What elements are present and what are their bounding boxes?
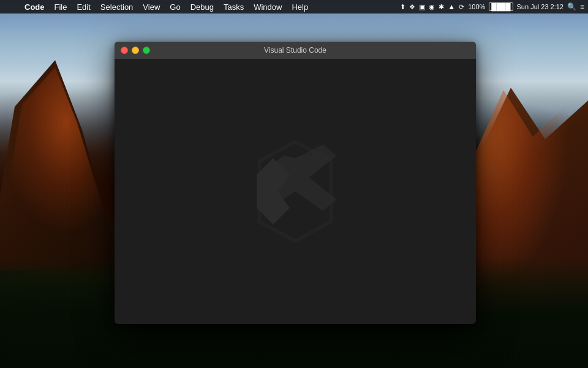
vscode-window: Visual Studio Code [115,42,476,324]
location-icon: ◉ [429,3,435,11]
menubar-edit[interactable]: Edit [72,0,95,13]
date-time: Sun Jul 23 2:12 [517,3,564,10]
menubar-selection[interactable]: Selection [96,0,138,13]
screen-icon: ▣ [419,3,425,11]
window-minimize-button[interactable] [132,47,139,54]
wifi-icon: ▲ [448,2,455,11]
menubar-help[interactable]: Help [287,0,313,13]
window-title: Visual Studio Code [264,46,326,55]
menubar-view[interactable]: View [138,0,165,13]
vscode-logo-watermark [240,136,350,247]
menubar-file[interactable]: File [50,0,72,13]
menubar-app-name[interactable]: Code [20,0,50,13]
window-maximize-button[interactable] [143,47,150,54]
menubar-tasks[interactable]: Tasks [219,0,249,13]
menubar-go[interactable]: Go [165,0,185,13]
mountain-glow-left [0,49,110,233]
menubar: Code File Edit Selection View Go Debug T… [0,0,588,13]
window-titlebar: Visual Studio Code [115,42,476,59]
window-close-button[interactable] [121,47,128,54]
notification-center-icon[interactable]: ≡ [580,2,584,11]
time-machine-icon: ⟳ [459,3,464,11]
menubar-debug[interactable]: Debug [186,0,219,13]
battery-icon: ████ [489,2,513,11]
vscode-content-area [115,59,476,324]
menubar-right-section: ⬆ ❖ ▣ ◉ ✱ ▲ ⟳ 100% ████ Sun Jul 23 2:12 … [400,2,584,11]
menubar-window[interactable]: Window [249,0,287,13]
bluetooth-icon: ✱ [439,3,444,11]
traffic-lights [121,47,150,54]
apple-menu[interactable] [4,0,17,13]
dropbox-icon: ❖ [409,3,415,11]
search-icon[interactable]: 🔍 [567,2,576,11]
battery-percent: 100% [468,3,485,10]
upload-icon: ⬆ [400,3,405,11]
